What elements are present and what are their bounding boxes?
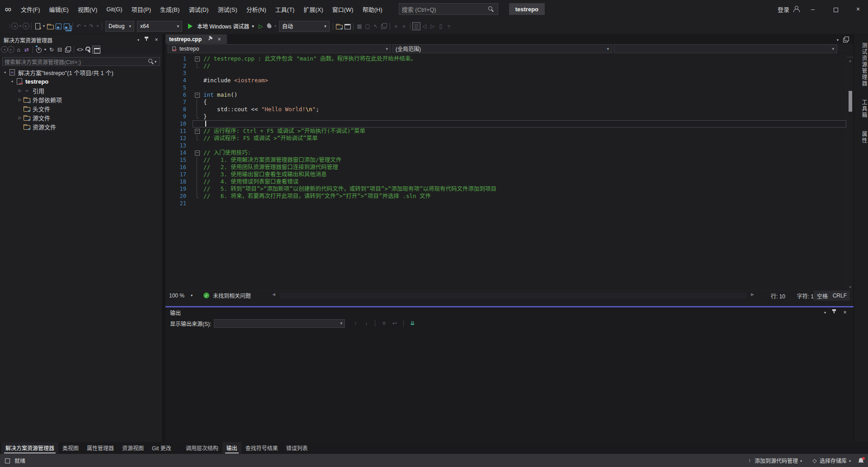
autoscroll-icon[interactable]: ⇊	[408, 319, 416, 327]
sync-with-active-document-icon[interactable]: ⇄	[23, 46, 31, 54]
code-line-13[interactable]: 13	[165, 142, 846, 149]
marquee-selection-icon[interactable]: ▢	[363, 22, 372, 30]
run-without-debugging-icon[interactable]: ▷	[257, 22, 265, 30]
member-dropdown[interactable]: ▾	[613, 44, 837, 53]
code-line-7[interactable]: 7{	[165, 99, 846, 106]
fold-collapse-icon[interactable]	[193, 127, 203, 135]
menu-工具T[interactable]: 工具(T)	[271, 3, 299, 15]
search-folder-icon[interactable]: ▼	[335, 22, 343, 30]
panel-tab-输出[interactable]: 输出	[222, 442, 241, 454]
code-line-15[interactable]: 15// 1. 使用解决方案资源管理器窗口添加/管理文件	[165, 156, 846, 164]
code-line-16[interactable]: 16// 2. 使用团队资源管理器窗口连接到源代码管理	[165, 164, 846, 171]
dock-tab-资源视图[interactable]: 资源视图	[118, 442, 148, 454]
toolbar-overflow-icon[interactable]: ▿	[445, 22, 453, 30]
window-position-icon[interactable]: ▾	[136, 36, 141, 44]
add-to-source-control-button[interactable]: ↑ 添加到源代码管理 ▴	[743, 454, 806, 467]
indent-decrease-icon[interactable]: «	[392, 22, 400, 30]
menu-GitG[interactable]: Git(G)	[102, 3, 127, 15]
menu-分析N[interactable]: 分析(N)	[242, 3, 271, 15]
code-line-1[interactable]: 1// testrepo.cpp : 此文件包含 "main" 函数。程序执行将…	[165, 55, 846, 62]
menu-文件F[interactable]: 文件(F)	[16, 3, 45, 15]
line-number[interactable]: 12	[165, 135, 193, 142]
pin-icon[interactable]	[203, 33, 215, 45]
start-debugging-button[interactable]: 本地 Windows 调试器 ▾	[184, 20, 257, 32]
caret-down-icon[interactable]: ▾	[42, 22, 46, 30]
forward-icon[interactable]: ►	[8, 46, 14, 53]
code-line-10[interactable]: 10	[165, 120, 846, 127]
window-position-icon[interactable]: ▾	[823, 308, 827, 316]
menu-帮助H[interactable]: 帮助(H)	[358, 3, 387, 15]
account-icon[interactable]	[792, 5, 800, 13]
panel-tab-查找符号结果[interactable]: 查找符号结果	[241, 442, 282, 454]
paste-icon[interactable]	[380, 22, 388, 30]
vertical-scrollbar[interactable]: ▲ ▼	[846, 54, 854, 290]
code-line-8[interactable]: 8 std::cout << "Hello World!\n";	[165, 106, 846, 113]
tab-testrepo-cpp[interactable]: testrepo.cpp ×	[165, 34, 227, 44]
code-line-21[interactable]: 21	[165, 200, 846, 207]
redo-icon[interactable]: ↷	[87, 22, 95, 30]
solution-explorer-search-box[interactable]: 搜索解决方案资源管理器(Ctrl+;) ▾	[2, 57, 160, 66]
quick-search-box[interactable]: 搜索 (Ctrl+Q)	[399, 3, 498, 15]
code-line-4[interactable]: 4#include <iostream>	[165, 77, 846, 84]
panel-tab-调用层次结构[interactable]: 调用层次结构	[182, 442, 222, 454]
code-line-9[interactable]: 9}	[165, 113, 846, 120]
solution-explorer-header[interactable]: 解决方案资源管理器 ▾×	[0, 34, 162, 44]
line-number[interactable]: 6	[165, 91, 193, 99]
scroll-right-icon[interactable]: ▶	[751, 292, 754, 297]
line-number[interactable]: 1	[165, 55, 193, 62]
collapse-all-icon[interactable]: ⊟	[56, 46, 64, 54]
line-number[interactable]: 14	[165, 149, 193, 156]
previous-bookmark-icon[interactable]: ◁	[420, 22, 429, 30]
menu-视图V[interactable]: 视图(V)	[73, 3, 102, 15]
open-folder-icon[interactable]	[46, 22, 54, 30]
line-number[interactable]: 20	[165, 193, 193, 200]
dock-tab-类视图[interactable]: 类视图	[58, 442, 83, 454]
split-window-icon[interactable]	[842, 36, 850, 44]
autohide-tab-测试资源管理器[interactable]: 测试资源管理器	[854, 38, 868, 91]
menu-调试D[interactable]: 调试(D)	[184, 3, 213, 15]
menu-编辑E[interactable]: 编辑(E)	[45, 3, 73, 15]
tree-item-头文件[interactable]: ▼头文件	[0, 104, 162, 113]
line-number[interactable]: 15	[165, 156, 193, 164]
pointer-icon[interactable]: ↖	[372, 22, 380, 30]
code-line-5[interactable]: 5	[165, 84, 846, 91]
caret-down-icon[interactable]: ▾	[43, 46, 47, 54]
status-line-ending[interactable]: CRLF	[830, 291, 850, 301]
line-number[interactable]: 13	[165, 142, 193, 149]
line-number[interactable]: 9	[165, 113, 193, 120]
menu-测试S[interactable]: 测试(S)	[213, 3, 241, 15]
clear-all-icon[interactable]: ≡	[380, 319, 388, 327]
previous-message-icon[interactable]: ↑	[351, 319, 359, 327]
menu-项目P[interactable]: 项目(P)	[127, 3, 156, 15]
scroll-down-icon[interactable]: ▼	[847, 284, 854, 290]
tree-item-源文件[interactable]: ▷▼源文件	[0, 113, 162, 122]
code-line-3[interactable]: 3	[165, 70, 846, 77]
panel-tab-错误列表[interactable]: 错误列表	[282, 442, 312, 454]
preview-selected-items-icon[interactable]	[92, 46, 100, 54]
solution-platform-combo[interactable]: x64 ▾	[137, 21, 182, 32]
properties-icon[interactable]	[84, 46, 92, 54]
fold-collapse-icon[interactable]	[193, 55, 203, 62]
line-number[interactable]: 18	[165, 178, 193, 185]
tree-item-解决方案-testrepo-1-个项目-共-1-个-[interactable]: ▸∞解决方案"testrepo"(1 个项目/共 1 个)	[0, 68, 162, 77]
close-icon[interactable]: ×	[215, 35, 223, 43]
code-line-19[interactable]: 19// 5. 转到“项目”>“添加新项”以创建新的代码文件，或转到“项目”>“…	[165, 185, 846, 193]
code-line-12[interactable]: 12// 调试程序: F5 或调试 >“开始调试”菜单	[165, 135, 846, 142]
active-files-dropdown-icon[interactable]: ▾	[835, 36, 840, 44]
next-message-icon[interactable]: ↓	[362, 319, 370, 327]
tree-expand-icon[interactable]: ▷	[17, 89, 23, 93]
status-spaces[interactable]: 空格	[814, 291, 831, 301]
tree-expand-icon[interactable]: ▷	[17, 98, 23, 102]
next-bookmark-icon[interactable]: ▷	[429, 22, 437, 30]
dock-tab-解决方案资源管理器[interactable]: 解决方案资源管理器	[1, 442, 58, 454]
line-number[interactable]: 16	[165, 164, 193, 171]
output-header[interactable]: 输出 ▾×	[165, 307, 854, 317]
caret-down-icon[interactable]: ▾	[83, 22, 87, 30]
zoom-level-dropdown[interactable]: 100 % ▾	[166, 291, 195, 300]
caret-down-icon[interactable]: ▾	[18, 22, 23, 30]
indent-increase-icon[interactable]: »	[400, 22, 408, 30]
line-number[interactable]: 8	[165, 106, 193, 113]
tree-item-外部依赖项[interactable]: ▷❏外部依赖项	[0, 95, 162, 104]
pending-changes-filter-icon[interactable]	[35, 46, 43, 54]
scroll-up-icon[interactable]: ▲	[847, 57, 854, 64]
